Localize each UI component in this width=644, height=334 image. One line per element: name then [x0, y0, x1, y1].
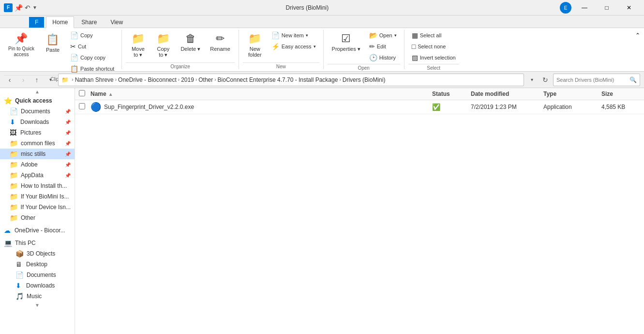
select-label: Select	[408, 64, 459, 71]
pin-to-quick-button[interactable]: 📌 Pin to Quickaccess	[4, 30, 39, 60]
header-name[interactable]: Name ▲	[90, 91, 432, 97]
3dobjects-icon: 📦	[15, 250, 24, 258]
path-segment-2[interactable]: OneDrive - Bioconnect	[118, 76, 177, 83]
table-row[interactable]: 🔵 Sup_Fingerprint_Driver_v2.2.0.exe ✅ 7/…	[75, 100, 644, 114]
new-folder-button[interactable]: 📁 Newfolder	[243, 30, 267, 60]
tab-view[interactable]: View	[104, 16, 129, 28]
sidebar-item-docs-pc[interactable]: 📄 Documents	[0, 270, 75, 280]
path-chevron: ›	[195, 77, 197, 82]
search-input[interactable]	[556, 77, 629, 83]
path-segment-5[interactable]: BioConnect Enterprise 4.7.70 - Install P…	[218, 76, 338, 83]
sidebar-item-misc-stills[interactable]: 📁 misc stills 📌	[0, 149, 75, 159]
organize-group: 📁 Moveto ▾ 📁 Copyto ▾ 🗑 Delete ▾ ✏ Renam…	[122, 30, 239, 69]
folder-icon: 📁	[10, 193, 18, 200]
edit-button[interactable]: ✏ Edit	[366, 41, 400, 52]
maximize-button[interactable]: □	[596, 0, 618, 15]
recent-locations-button[interactable]: ▾	[45, 74, 56, 86]
select-all-checkbox[interactable]	[79, 90, 85, 96]
close-button[interactable]: ✕	[618, 0, 640, 15]
sidebar-item-other[interactable]: 📁 Other	[0, 213, 75, 223]
address-path[interactable]: 📁 › Nathan Shreve › OneDrive - Bioconnec…	[58, 74, 524, 86]
download-icon: ⬇	[10, 118, 17, 126]
document-icon: 📄	[10, 107, 18, 115]
music-icon: 🎵	[15, 292, 24, 300]
easy-access-button[interactable]: ⚡ Easy access ▾	[268, 41, 319, 52]
cut-button[interactable]: ✂ Cut	[67, 41, 118, 52]
new-item-button[interactable]: 📄 New item ▾	[268, 30, 319, 41]
paste-shortcut-button[interactable]: 📋 Paste shortcut	[67, 63, 118, 74]
path-segment-0[interactable]: 📁	[61, 76, 70, 83]
sidebar-item-music[interactable]: 🎵 Music	[0, 291, 75, 302]
history-button[interactable]: 🕑 History	[366, 52, 400, 63]
minimize-button[interactable]: —	[573, 0, 596, 15]
path-segment-6[interactable]: Drivers (BioMini)	[343, 76, 386, 83]
header-date[interactable]: Date modified	[471, 91, 543, 97]
scissors-icon: ✂	[70, 43, 76, 50]
copy-icon: 📄	[70, 31, 78, 39]
header-size[interactable]: Size	[601, 91, 640, 97]
sidebar-item-how-to[interactable]: 📁 How to Install th...	[0, 181, 75, 191]
sidebar-item-desktop[interactable]: 🖥 Desktop	[0, 259, 75, 270]
header-status[interactable]: Status	[432, 91, 471, 97]
select-all-button[interactable]: ▦ Select all	[408, 30, 459, 41]
sidebar-item-device[interactable]: 📁 If Your Device Isn...	[0, 202, 75, 213]
open-button[interactable]: 📂 Open ▾	[366, 30, 400, 41]
quick-access-header[interactable]: ⭐ Quick access	[0, 95, 75, 106]
folder-icon: 📁	[10, 161, 18, 168]
user-icon[interactable]: E	[560, 2, 571, 14]
forward-button[interactable]: ›	[17, 74, 29, 86]
tab-share[interactable]: Share	[75, 16, 103, 28]
file-status: ✅	[432, 103, 471, 111]
sidebar-item-downloads[interactable]: ⬇ Downloads 📌	[0, 117, 75, 127]
path-segment-4[interactable]: Other	[198, 76, 213, 83]
tab-home[interactable]: Home	[46, 16, 74, 28]
paste-button[interactable]: 📋 Paste	[42, 30, 64, 56]
sidebar-scroll-down[interactable]: ▼	[0, 302, 75, 309]
sidebar-item-thispc[interactable]: 💻 This PC	[0, 238, 75, 248]
invert-selection-button[interactable]: ▨ Invert selection	[408, 52, 459, 63]
collapse-ribbon-button[interactable]: ⌃	[631, 30, 644, 41]
copy-button[interactable]: 📄 Copy	[67, 30, 118, 41]
up-button[interactable]: ↑	[31, 74, 43, 86]
clipboard-group: 📌 Pin to Quickaccess 📋 Paste 📄 Copy ✂	[0, 30, 122, 69]
copy-copy-button[interactable]: 📄 Copy copy	[67, 52, 118, 63]
sidebar-item-downloads-pc[interactable]: ⬇ Downloads	[0, 280, 75, 291]
sidebar-item-adobe[interactable]: 📁 Adobe 📌	[0, 159, 75, 170]
sidebar-item-appdata[interactable]: 📁 AppData 📌	[0, 170, 75, 181]
path-chevron: ›	[178, 77, 180, 82]
tab-file[interactable]: F	[29, 17, 44, 28]
sidebar-item-documents[interactable]: 📄 Documents 📌	[0, 106, 75, 117]
rename-button[interactable]: ✏ Rename	[206, 30, 235, 54]
header-type[interactable]: Type	[543, 91, 601, 97]
file-date: 7/2/2019 1:23 PM	[471, 104, 543, 110]
docs-icon: 📄	[15, 271, 24, 279]
sidebar-item-biominii[interactable]: 📁 If Your BioMini Is...	[0, 191, 75, 202]
properties-button[interactable]: ☑ Properties ▾	[328, 30, 365, 55]
app-icon: F	[4, 3, 13, 12]
select-none-button[interactable]: □ Select none	[408, 41, 459, 52]
move-to-button[interactable]: 📁 Moveto ▾	[126, 30, 150, 61]
sidebar-item-onedrive[interactable]: ☁ OneDrive - Biocor...	[0, 225, 75, 236]
header-check[interactable]	[79, 90, 90, 98]
path-chevron: ›	[72, 77, 73, 82]
sidebar-item-3dobjects[interactable]: 📦 3D Objects	[0, 248, 75, 259]
row-checkbox[interactable]	[79, 103, 90, 111]
path-segment-1[interactable]: Nathan Shreve	[75, 76, 114, 83]
path-dropdown-button[interactable]: ▾	[526, 74, 538, 86]
sidebar-item-pictures[interactable]: 🖼 Pictures 📌	[0, 127, 75, 138]
back-button[interactable]: ‹	[4, 74, 15, 86]
paste-shortcut-icon: 📋	[70, 65, 78, 73]
path-segment-3[interactable]: 2019	[181, 76, 194, 83]
quick-access-custom[interactable]: ▼	[32, 5, 37, 10]
delete-button[interactable]: 🗑 Delete ▾	[176, 30, 205, 55]
sidebar-scroll-up[interactable]: ▲	[0, 88, 75, 95]
search-icon[interactable]: 🔍	[629, 76, 637, 83]
quick-access-undo[interactable]: ↶	[25, 4, 30, 12]
search-box[interactable]: 🔍	[553, 74, 640, 86]
quick-access-pin[interactable]: 📌	[15, 4, 23, 12]
new-group: 📁 Newfolder 📄 New item ▾ ⚡ Easy access ▾…	[239, 30, 324, 69]
refresh-button[interactable]: ↻	[539, 74, 551, 86]
copy-to-button[interactable]: 📁 Copyto ▾	[151, 30, 175, 61]
history-icon: 🕑	[369, 54, 377, 61]
sidebar-item-common-files[interactable]: 📁 common files 📌	[0, 138, 75, 149]
